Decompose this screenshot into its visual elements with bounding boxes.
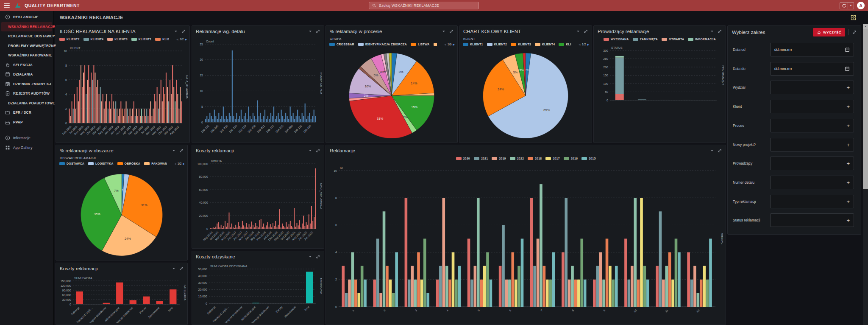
panel-expand-icon[interactable]	[179, 148, 184, 153]
panel-menu-icon[interactable]	[442, 30, 445, 33]
panel-expand-icon[interactable]	[718, 148, 722, 153]
legend-next-icon[interactable]: ▶	[185, 38, 187, 41]
apps-grid-icon[interactable]	[851, 15, 856, 20]
filter-input-prowadz-cy[interactable]: +	[770, 157, 854, 170]
legend-item-klient5[interactable]: KLIENT5	[559, 43, 571, 46]
sidebar-item-informacje[interactable]: Informacje	[1, 133, 52, 143]
legend-item-nypel-toczony[interactable]: NYPEL - TOCZONY	[434, 43, 437, 46]
panel-expand-icon[interactable]	[316, 29, 320, 34]
scrollbar-thumb[interactable]	[863, 29, 868, 189]
legend-item-2016[interactable]: 2016	[564, 157, 578, 160]
legend-prev-icon[interactable]: ◀	[174, 162, 176, 165]
legend-label: ZAMKNIĘTA	[640, 38, 658, 41]
legend-item-2015[interactable]: 2015	[581, 157, 595, 160]
panel-menu-icon[interactable]	[172, 267, 175, 270]
filter-input-data-do[interactable]: dd.mm.rrrr	[770, 62, 854, 76]
user-avatar[interactable]: A	[857, 2, 865, 9]
panel-expand-icon[interactable]	[181, 29, 186, 34]
panel-expand-icon[interactable]	[852, 30, 857, 34]
legend-prev-icon[interactable]: ◀	[579, 43, 581, 46]
filter-input-klient[interactable]: +	[770, 100, 854, 113]
legend-color-chip	[487, 43, 492, 46]
legend: 20202021201920222018201720162015	[329, 156, 722, 161]
legend-item-informacja[interactable]: INFORMACJA	[688, 38, 716, 41]
filter-input-nowy-projekt[interactable]: +	[770, 138, 854, 151]
legend-prev-icon[interactable]: ◀	[176, 38, 178, 41]
sidebar-item-efr-scr[interactable]: EFR / SCR	[1, 108, 52, 118]
legend-item-otwarta[interactable]: OTWARTA	[662, 38, 684, 41]
filter-input-proces[interactable]: +	[770, 119, 854, 132]
panel-expand-icon[interactable]	[718, 29, 722, 34]
filter-input-data-od[interactable]: dd.mm.rrrr	[770, 43, 854, 56]
legend-item-identyfikacja-zbiorcza[interactable]: IDENTYFIKACJA ZBIORCZA	[358, 43, 407, 46]
panel-expand-icon[interactable]	[584, 29, 588, 34]
sidebar-item-reklamacje[interactable]: REKLAMACJE	[1, 12, 52, 22]
scrollbar-up-button[interactable]: ▲	[863, 24, 868, 29]
legend-item-2022[interactable]: 2022	[510, 157, 524, 160]
legend-next-icon[interactable]: ▶	[183, 162, 185, 165]
legend-item-klient3[interactable]: KLIENT3	[107, 38, 128, 41]
sidebar-item-dzia-ania-poaudytowe[interactable]: DZIAŁANIA POAUDYTOWE	[1, 98, 52, 108]
legend-prev-icon[interactable]: ◀	[444, 43, 446, 46]
legend-item-pakowanie[interactable]: PAKOWANIE	[144, 162, 167, 165]
panel-menu-icon[interactable]	[576, 30, 580, 33]
filter-input-numer-detalu[interactable]: +	[770, 176, 854, 189]
panel-menu-icon[interactable]	[172, 149, 175, 152]
calendar-button[interactable]	[845, 66, 850, 71]
sidebar-item-wska-niki-pakowanie[interactable]: WSKAŹNIKI PAKOWANIE	[1, 50, 52, 60]
panel-menu-icon[interactable]	[309, 149, 312, 152]
global-search-input[interactable]: Szukaj WSKAŹNIKI REKLAMACJE	[369, 2, 479, 9]
filter-input-typ-reklamacji[interactable]: +	[770, 195, 854, 208]
sidebar-item-wska-niki-reklamacje[interactable]: WSKAŹNIKI REKLAMACJE	[1, 22, 52, 32]
legend-item-klient3[interactable]: KLIENT3	[511, 43, 531, 46]
panel-menu-icon[interactable]	[710, 149, 714, 152]
sidebar-item-dzia-ania[interactable]: DZIAŁANIA	[1, 70, 52, 79]
panel-menu-icon[interactable]	[309, 255, 312, 258]
sidebar-item-reklamacje-dostawcy[interactable]: REKLAMACJE DOSTAWCY	[1, 31, 52, 41]
legend-item-dostawca[interactable]: DOSTAWCA	[59, 162, 84, 165]
legend-item-klient2[interactable]: KLIENT2	[59, 38, 80, 41]
legend-item-klient5[interactable]: KLIENT5	[155, 38, 169, 41]
legend-item-logistyka[interactable]: LOGISTYKA	[88, 162, 114, 165]
filter-input-status-reklamacji[interactable]: +	[770, 213, 854, 227]
panel-menu-icon[interactable]	[710, 30, 714, 33]
svg-text:15: 15	[200, 74, 203, 77]
legend-item-2021[interactable]: 2021	[474, 157, 488, 160]
sidebar-item-dziennik-zmiany-kj[interactable]: DZIENNIK ZMIANY KJ	[1, 79, 52, 89]
panel-expand-icon[interactable]	[179, 266, 184, 271]
refresh-button[interactable]	[840, 3, 848, 9]
legend-item-klient1[interactable]: KLIENT1	[463, 43, 483, 46]
legend-item-2020[interactable]: 2020	[456, 157, 470, 160]
panel-menu-icon[interactable]	[309, 30, 312, 33]
legend-item-obr-bka[interactable]: OBRÓBKA	[117, 162, 141, 165]
calendar-icon	[845, 47, 850, 52]
legend-item-2017[interactable]: 2017	[545, 157, 559, 160]
filter-input-wydzia[interactable]: +	[770, 81, 854, 94]
legend-next-icon[interactable]: ▶	[587, 43, 589, 46]
menu-toggle-icon[interactable]	[4, 3, 10, 8]
panel-expand-icon[interactable]	[316, 148, 320, 153]
sidebar-item-app-gallery[interactable]: App Gallery	[1, 143, 52, 153]
legend-item-2018[interactable]: 2018	[528, 157, 542, 160]
legend-item-2019[interactable]: 2019	[492, 157, 506, 160]
sidebar-item-problemy-wewn-trzne[interactable]: PROBLEMY WEWNĘTRZNE	[1, 41, 52, 51]
clear-filters-button[interactable]: WYCZYŚĆ	[813, 28, 845, 36]
legend-next-icon[interactable]: ▶	[453, 43, 455, 46]
legend-item-wycofana[interactable]: WYCOFANA	[604, 38, 629, 41]
panel-title: Reklamacje wg. detalu	[196, 29, 245, 34]
panel-expand-icon[interactable]	[449, 29, 453, 34]
legend-item-listwa[interactable]: LISTWA	[411, 43, 430, 46]
panel-menu-icon[interactable]	[174, 30, 178, 33]
legend-item-klient4[interactable]: KLIENT4	[83, 38, 104, 41]
refresh-interval-dropdown[interactable]: ▼	[848, 3, 854, 9]
legend-item-crossbar[interactable]: CROSSBAR	[329, 43, 354, 46]
legend-item-klient2[interactable]: KLIENT2	[487, 43, 507, 46]
legend-item-klient4[interactable]: KLIENT4	[535, 43, 555, 46]
sidebar-item-ppap[interactable]: PPAP	[1, 118, 52, 127]
legend-item-klient1[interactable]: KLIENT1	[131, 38, 152, 41]
sidebar-item-rejestr-audyt-w[interactable]: REJESTR AUDYTÓW	[1, 89, 52, 98]
sidebar-item-selekcja[interactable]: SELEKCJA	[1, 60, 52, 70]
panel-expand-icon[interactable]	[316, 255, 320, 259]
legend-item-zamkni-ta[interactable]: ZAMKNIĘTA	[633, 38, 658, 41]
calendar-button[interactable]	[845, 47, 850, 52]
